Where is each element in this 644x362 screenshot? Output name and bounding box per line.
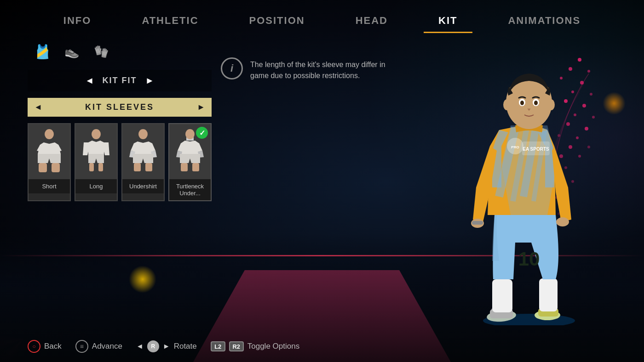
svg-rect-51 [539,278,558,311]
kit-sleeves-right-arrow[interactable]: ► [197,102,205,112]
shirt-icon[interactable]: 🎽 [32,41,52,62]
kit-sleeves-title: KIT SLEEVES [85,102,154,112]
short-jersey-svg [33,129,65,175]
glove-icon[interactable]: 🧤 [91,41,111,62]
shoe-icon[interactable]: 👟 [62,41,82,62]
sleeve-undershirt-preview [122,124,164,179]
svg-rect-42 [181,163,188,171]
l2-button-icon[interactable]: L2 [211,341,225,351]
sub-icons-row: 🎽 👟 🧤 [32,41,212,62]
svg-point-56 [556,217,569,226]
player-figure: 10 EA SPORTS [442,28,616,325]
sleeve-option-turtleneck[interactable]: ✓ [168,123,212,201]
back-label: Back [44,342,62,351]
svg-point-38 [138,129,148,139]
sleeve-short-label: Short [29,179,70,193]
tab-info[interactable]: INFO [38,2,117,40]
svg-point-32 [45,129,54,139]
kit-sleeves-header: ◄ KIT SLEEVES ► [28,98,212,117]
svg-rect-39 [134,163,141,171]
rotate-right-icon: ► [163,342,170,351]
kit-fit-row: ◄ KIT FIT ► [28,70,212,91]
svg-rect-37 [98,163,103,171]
left-panel: 🎽 👟 🧤 ◄ KIT FIT ► ◄ KIT SLEEVES ► [28,41,212,201]
kit-sleeves-left-arrow[interactable]: ◄ [34,102,42,112]
svg-point-61 [520,101,524,105]
svg-text:10: 10 [518,248,540,270]
sleeve-undershirt-label: Undershirt [122,179,164,193]
rotate-label: Rotate [174,342,197,351]
tab-head[interactable]: HEAD [330,2,413,40]
svg-point-64 [547,99,555,110]
sleeve-option-undershirt[interactable]: Undershirt [121,123,165,201]
svg-point-35 [92,129,101,139]
player-character-svg: 10 EA SPORTS [455,40,603,325]
rotate-button-icon[interactable]: R [147,340,159,352]
svg-rect-36 [89,163,94,171]
long-jersey-svg [80,129,112,175]
r2-button-icon[interactable]: R2 [229,341,244,351]
ctrl-back: ○ Back [28,340,62,353]
svg-text:EA SPORTS: EA SPORTS [523,147,549,152]
sleeve-long-preview [75,124,117,179]
sleeve-long-label: Long [75,179,117,193]
toggle-options-label: Toggle Options [247,342,299,351]
svg-text:PRO: PRO [511,145,519,149]
svg-point-41 [185,129,195,139]
advance-button-icon[interactable]: ≡ [75,340,88,353]
ctrl-rotate: ◄ R ► Rotate [136,340,197,352]
ctrl-advance: ≡ Advance [75,340,122,353]
sleeve-option-short[interactable]: Short [28,123,71,201]
svg-rect-43 [192,163,199,171]
spark-left [129,266,156,293]
back-button-icon[interactable]: ○ [28,340,40,353]
kit-fit-left-arrow[interactable]: ◄ [85,75,94,86]
info-icon: i [221,57,243,79]
sleeve-options-grid: Short Long [28,123,212,201]
undershirt-jersey-svg [127,129,159,175]
kit-fit-right-arrow[interactable]: ► [145,75,155,86]
bottom-controls: ○ Back ≡ Advance ◄ R ► Rotate L2 R2 Togg… [28,340,616,353]
kit-fit-label: KIT FIT [103,76,137,85]
info-text: The length of the kit's sleeve may diffe… [250,57,396,81]
tab-position[interactable]: POSITION [224,2,330,40]
svg-rect-40 [145,163,152,171]
advance-label: Advance [92,342,122,351]
svg-point-63 [503,99,511,110]
sleeve-turtleneck-label: Turtleneck Under... [169,179,211,200]
sleeve-short-preview [29,124,70,179]
svg-rect-34 [52,163,60,172]
svg-rect-33 [39,163,47,172]
tab-athletic[interactable]: ATHLETIC [116,2,224,40]
sleeve-option-long[interactable]: Long [75,123,118,201]
svg-point-62 [534,101,538,105]
info-box: i The length of the kit's sleeve may dif… [221,57,396,81]
rotate-left-icon: ◄ [136,342,144,351]
selected-checkmark: ✓ [196,127,208,139]
svg-rect-65 [472,221,483,225]
svg-rect-50 [492,279,512,312]
ctrl-toggle: L2 R2 Toggle Options [211,341,299,351]
